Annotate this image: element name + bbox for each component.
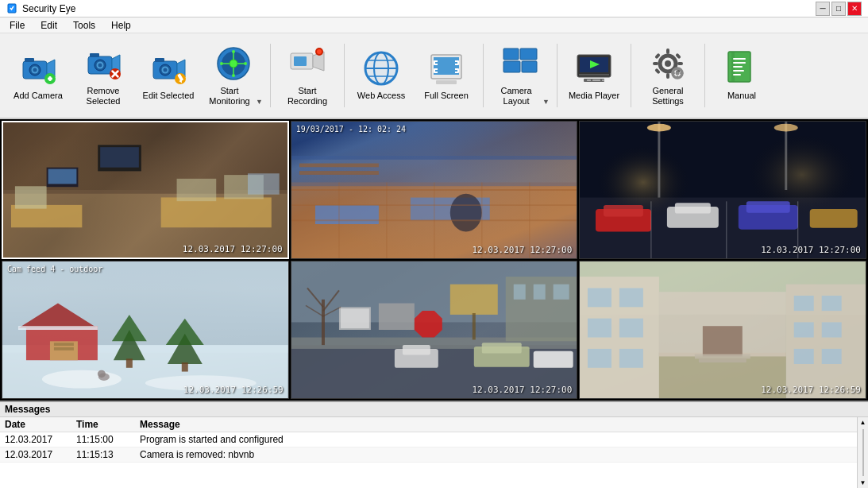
- svg-point-13: [98, 63, 102, 67]
- media-player-button[interactable]: Media Player: [562, 40, 626, 111]
- svg-rect-62: [587, 79, 591, 81]
- svg-rect-92: [161, 197, 272, 227]
- start-recording-button[interactable]: Start Recording: [276, 40, 339, 111]
- camera-layout-icon: [501, 45, 539, 83]
- svg-rect-161: [341, 308, 369, 328]
- camera-cell-1[interactable]: 12.03.2017 12:27:00: [2, 121, 289, 259]
- svg-rect-60: [579, 74, 609, 76]
- window-title: Security Eye: [22, 3, 75, 14]
- svg-rect-121: [604, 205, 643, 216]
- camera-layout-button[interactable]: Camera Layout ▼: [488, 40, 552, 111]
- svg-rect-97: [48, 169, 77, 184]
- camera-cell-3[interactable]: 12.03.2017 12:27:00: [579, 121, 866, 259]
- media-player-icon: [575, 49, 613, 87]
- msg-time: 11:15:13: [76, 449, 140, 460]
- col-message: Message: [140, 419, 852, 430]
- svg-rect-182: [619, 319, 643, 338]
- camera-feed-4: [2, 261, 288, 398]
- full-screen-button[interactable]: Full Screen: [415, 40, 478, 111]
- menu-help[interactable]: Help: [105, 18, 137, 33]
- remove-selected-button[interactable]: Remove Selected: [71, 40, 135, 111]
- svg-rect-196: [699, 358, 746, 362]
- camera-layout-label: Camera Layout: [491, 86, 542, 107]
- svg-rect-162: [379, 304, 415, 330]
- camera-timestamp-6: 12.03.2017 12:26:59: [761, 385, 861, 395]
- svg-rect-188: [794, 322, 814, 337]
- minimize-button[interactable]: ─: [816, 2, 830, 16]
- svg-point-148: [42, 370, 122, 389]
- svg-rect-54: [520, 48, 537, 60]
- svg-rect-68: [666, 73, 669, 79]
- messages-rows[interactable]: 12.03.2017 11:15:00 Program is started a…: [0, 432, 857, 463]
- msg-text: Camera is removed: nbvnb: [140, 449, 852, 460]
- menu-edit[interactable]: Edit: [34, 18, 64, 33]
- scroll-thumb[interactable]: [862, 429, 864, 476]
- remove-selected-icon: [84, 45, 122, 83]
- svg-rect-187: [822, 296, 842, 311]
- camera-timestamp-2: 12.03.2017 12:27:00: [472, 245, 572, 255]
- separator-4: [557, 44, 557, 107]
- svg-rect-69: [653, 62, 658, 65]
- svg-rect-83: [733, 58, 746, 60]
- msg-date: 12.03.2017: [5, 434, 76, 445]
- messages-header: Messages: [0, 402, 868, 417]
- messages-scrollbar[interactable]: ▲ ▼: [857, 417, 868, 488]
- menu-bar: File Edit Tools Help: [0, 17, 868, 33]
- scroll-down-arrow[interactable]: ▼: [858, 478, 868, 488]
- svg-rect-79: [672, 72, 676, 74]
- camera-feed-2: [291, 122, 577, 258]
- title-bar: Security Eye ─ □ ✕: [0, 0, 868, 17]
- manual-button[interactable]: Manual: [710, 40, 773, 111]
- start-recording-label: Start Recording: [278, 86, 337, 107]
- svg-rect-56: [522, 61, 537, 72]
- web-access-icon: [362, 49, 400, 87]
- camera-feed-5: [291, 261, 577, 398]
- svg-point-33: [220, 62, 223, 65]
- col-date: Date: [5, 419, 76, 430]
- svg-rect-141: [18, 326, 98, 330]
- maximize-button[interactable]: □: [831, 2, 846, 16]
- svg-point-43: [317, 49, 322, 54]
- menu-tools[interactable]: Tools: [67, 18, 102, 33]
- start-recording-icon: [288, 45, 326, 83]
- svg-rect-107: [299, 171, 379, 175]
- svg-rect-87: [733, 74, 741, 76]
- svg-rect-9: [49, 76, 52, 81]
- svg-rect-186: [794, 296, 814, 311]
- general-settings-label: General Settings: [638, 86, 697, 107]
- svg-rect-53: [503, 48, 519, 60]
- title-bar-left: Security Eye: [6, 3, 75, 14]
- svg-rect-139: [54, 343, 74, 346]
- svg-rect-93: [177, 179, 217, 201]
- camera-cell-5[interactable]: 12.03.2017 12:27:00: [291, 261, 578, 399]
- camera-timestamp-3: 12.03.2017 12:27:00: [761, 245, 861, 255]
- message-row: 12.03.2017 11:15:13 Camera is removed: n…: [0, 447, 857, 463]
- title-bar-controls[interactable]: ─ □ ✕: [816, 2, 862, 16]
- svg-rect-174: [449, 285, 497, 315]
- media-player-label: Media Player: [569, 91, 619, 101]
- camera-cell-2[interactable]: 19/03/2017 - 12: 02: 24 12.03.2017 12:27…: [291, 121, 578, 259]
- svg-point-4: [33, 68, 37, 72]
- svg-rect-144: [126, 358, 133, 367]
- start-monitoring-button[interactable]: Start Monitoring ▼: [202, 40, 265, 111]
- svg-rect-80: [680, 72, 684, 74]
- menu-file[interactable]: File: [3, 18, 31, 33]
- close-button[interactable]: ✕: [847, 2, 862, 16]
- general-settings-button[interactable]: General Settings: [636, 40, 700, 111]
- svg-rect-64: [602, 79, 604, 81]
- camera-timestamp-5: 12.03.2017 12:27:00: [472, 385, 572, 395]
- camera-cell-4[interactable]: Cam feed 4 - outdoor 12.03.2017 12:26:59: [2, 261, 289, 399]
- svg-point-34: [244, 62, 247, 65]
- add-camera-button[interactable]: Add Camera: [6, 40, 70, 111]
- scroll-up-arrow[interactable]: ▲: [858, 417, 868, 428]
- edit-selected-button[interactable]: Edit Selected: [137, 40, 200, 111]
- svg-rect-157: [513, 285, 525, 300]
- camera-cell-6[interactable]: 12.03.2017 12:26:59: [579, 261, 866, 399]
- start-monitoring-icon: [214, 45, 253, 83]
- svg-rect-70: [677, 62, 683, 65]
- web-access-button[interactable]: Web Access: [349, 40, 413, 111]
- svg-point-22: [164, 68, 168, 72]
- svg-rect-179: [588, 288, 611, 307]
- messages-body: Date Time Message 12.03.2017 11:15:00 Pr…: [0, 417, 868, 488]
- svg-point-31: [232, 50, 235, 53]
